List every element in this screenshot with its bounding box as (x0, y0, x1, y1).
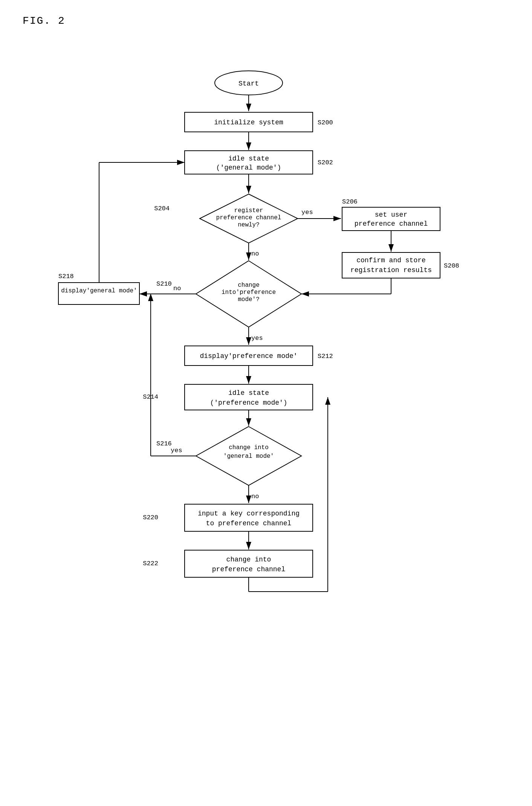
s208-text2: registration results (350, 266, 432, 274)
no-label-s216: no (251, 493, 259, 500)
s210-label: S210 (156, 280, 172, 288)
s208-text1: confirm and store (356, 257, 426, 264)
s220-label: S220 (143, 514, 158, 521)
s212-label: S212 (318, 353, 333, 360)
s206-text1: set user (375, 211, 407, 219)
start-label: Start (238, 80, 259, 87)
s220-text1: input a key corresponding (198, 510, 300, 517)
s218-label: S218 (58, 273, 74, 280)
yes-label-s216: yes (171, 447, 182, 454)
s218-text: display'general mode' (61, 288, 137, 294)
s202-label: S202 (318, 159, 333, 166)
s214-text2: ('preference mode') (210, 399, 287, 407)
s216-text1: change into (229, 444, 269, 451)
s206-label: S206 (342, 198, 358, 205)
s202-text1: idle state (228, 155, 269, 162)
s204-text2: preference channel (216, 214, 281, 221)
s216-label: S216 (156, 440, 172, 447)
no-label-s210: no (173, 285, 181, 292)
s200-label: S200 (318, 119, 333, 126)
s204-text1: register (234, 207, 263, 214)
s216-text2: 'general mode' (223, 453, 274, 460)
s222-label: S222 (143, 560, 158, 567)
s210-text2: into'preference (222, 289, 276, 296)
s212-text: display'preference mode' (200, 352, 297, 360)
s210-text3: mode'? (238, 296, 260, 303)
no-label-s204: no (251, 250, 259, 257)
s204-text3: newly? (238, 222, 260, 228)
yes-label-s210: yes (251, 335, 263, 342)
s220-text2: to preference channel (206, 520, 292, 527)
page-title: FIG. 2 (23, 15, 65, 27)
s208-label: S208 (444, 262, 459, 269)
svg-rect-31 (185, 550, 313, 577)
svg-rect-29 (185, 504, 313, 531)
s206-text2: preference channel (355, 220, 428, 228)
s202-text2: ('general mode') (216, 164, 281, 171)
s222-text1: change into (226, 556, 271, 563)
yes-label-s204: yes (301, 209, 313, 216)
s200-text: initialize system (214, 119, 283, 126)
s210-text1: change (238, 282, 260, 289)
diagram-container: Start initialize system S200 idle state … (0, 45, 532, 806)
s204-label: S204 (154, 205, 170, 212)
s222-text2: preference channel (212, 566, 285, 573)
s214-text1: idle state (228, 389, 269, 397)
